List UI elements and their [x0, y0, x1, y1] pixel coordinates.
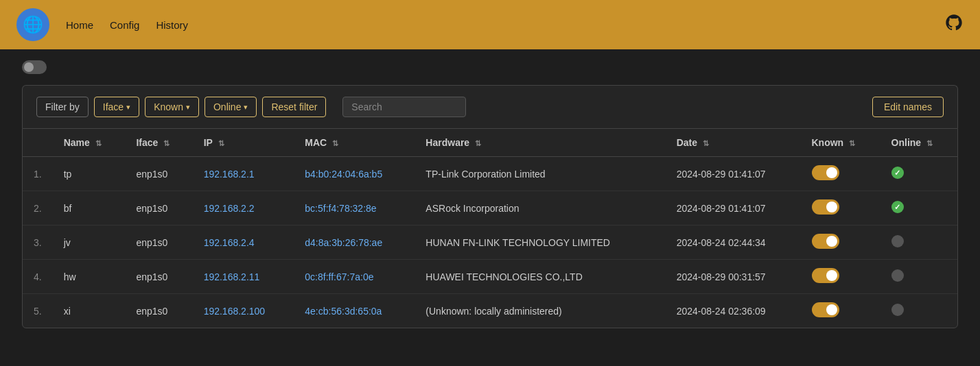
cell-hardware: (Unknown: locally administered)	[415, 294, 665, 328]
row-number: 4.	[23, 260, 53, 294]
nav-home[interactable]: Home	[66, 19, 93, 31]
cell-hardware: TP-Link Corporation Limited	[415, 157, 665, 191]
nav-history[interactable]: History	[156, 19, 188, 31]
known-toggle-3[interactable]	[812, 268, 839, 283]
mac-link[interactable]: d4:8a:3b:26:78:ae	[305, 237, 382, 248]
ip-link[interactable]: 192.168.2.11	[204, 271, 260, 282]
col-mac[interactable]: MAC ⇅	[294, 129, 415, 157]
github-icon[interactable]	[944, 13, 964, 37]
ip-sort-icon[interactable]: ⇅	[218, 139, 224, 148]
cell-name: xi	[53, 294, 126, 328]
header-left: 🌐 Home Config History	[16, 8, 188, 41]
iface-filter-button[interactable]: Iface	[94, 97, 139, 117]
table-header-row: Name ⇅ Iface ⇅ IP ⇅ MAC ⇅	[23, 129, 957, 157]
row-number: 3.	[23, 225, 53, 260]
devices-table-container: Name ⇅ Iface ⇅ IP ⇅ MAC ⇅	[22, 128, 958, 328]
iface-sort-icon[interactable]: ⇅	[163, 139, 170, 148]
cell-ip[interactable]: 192.168.2.1	[193, 157, 294, 191]
cell-mac[interactable]: bc:5f:f4:78:32:8e	[294, 191, 415, 225]
cell-iface: enp1s0	[125, 225, 192, 260]
cell-known[interactable]	[801, 225, 880, 260]
row-number: 2.	[23, 191, 53, 225]
cell-date: 2024-08-24 02:36:09	[666, 294, 801, 328]
col-number	[23, 129, 53, 157]
table-row: 3. jv enp1s0 192.168.2.4 d4:8a:3b:26:78:…	[23, 225, 957, 260]
app-logo: 🌐	[16, 8, 49, 41]
main-content: Filter by Iface Known Online Reset filte…	[0, 49, 980, 350]
col-online[interactable]: Online ⇅	[880, 129, 957, 157]
search-input[interactable]	[342, 97, 466, 117]
search-wrapper	[342, 97, 466, 117]
devices-table: Name ⇅ Iface ⇅ IP ⇅ MAC ⇅	[23, 129, 957, 328]
edit-names-button[interactable]: Edit names	[872, 97, 944, 117]
cell-mac[interactable]: d4:8a:3b:26:78:ae	[294, 225, 415, 260]
mac-sort-icon[interactable]: ⇅	[332, 139, 338, 148]
cell-online	[880, 225, 957, 260]
cell-known[interactable]	[801, 191, 880, 225]
known-sort-icon[interactable]: ⇅	[849, 139, 855, 148]
name-sort-icon[interactable]: ⇅	[95, 139, 102, 148]
ip-link[interactable]: 192.168.2.1	[204, 169, 255, 180]
mac-link[interactable]: bc:5f:f4:78:32:8e	[305, 203, 376, 214]
ip-link[interactable]: 192.168.2.4	[204, 237, 255, 248]
offline-indicator-4	[891, 304, 904, 316]
ip-link[interactable]: 192.168.2.100	[204, 306, 266, 317]
col-hardware[interactable]: Hardware ⇅	[415, 129, 665, 157]
col-date[interactable]: Date ⇅	[666, 129, 801, 157]
cell-online	[880, 294, 957, 328]
cell-ip[interactable]: 192.168.2.2	[193, 191, 294, 225]
cell-known[interactable]	[801, 157, 880, 191]
online-filter-button[interactable]: Online	[205, 97, 257, 117]
cell-name: hw	[53, 260, 126, 294]
offline-indicator-2	[891, 235, 904, 247]
cell-iface: enp1s0	[125, 294, 192, 328]
cell-mac[interactable]: 4e:cb:56:3d:65:0a	[294, 294, 415, 328]
known-toggle-4[interactable]	[812, 302, 839, 317]
row-number: 5.	[23, 294, 53, 328]
col-iface[interactable]: Iface ⇅	[125, 129, 192, 157]
cell-ip[interactable]: 192.168.2.11	[193, 260, 294, 294]
cell-hardware: ASRock Incorporation	[415, 191, 665, 225]
known-toggle-2[interactable]	[812, 234, 839, 249]
mac-link[interactable]: 4e:cb:56:3d:65:0a	[305, 306, 382, 317]
cell-ip[interactable]: 192.168.2.100	[193, 294, 294, 328]
cell-date: 2024-08-29 01:41:07	[666, 157, 801, 191]
cell-hardware: HUNAN FN-LINK TECHNOLOGY LIMITED	[415, 225, 665, 260]
filter-by-label: Filter by	[36, 97, 89, 117]
col-known[interactable]: Known ⇅	[801, 129, 880, 157]
known-toggle-0[interactable]	[812, 165, 839, 180]
nav-config[interactable]: Config	[110, 19, 139, 31]
known-toggle-1[interactable]	[812, 199, 839, 215]
cell-online	[880, 260, 957, 294]
cell-mac[interactable]: b4:b0:24:04:6a:b5	[294, 157, 415, 191]
cell-ip[interactable]: 192.168.2.4	[193, 225, 294, 260]
hardware-sort-icon[interactable]: ⇅	[475, 139, 481, 148]
mac-link[interactable]: b4:b0:24:04:6a:b5	[305, 169, 382, 180]
date-sort-icon[interactable]: ⇅	[703, 139, 709, 148]
table-row: 5. xi enp1s0 192.168.2.100 4e:cb:56:3d:6…	[23, 294, 957, 328]
cell-name: tp	[53, 157, 126, 191]
cell-mac[interactable]: 0c:8f:ff:67:7a:0e	[294, 260, 415, 294]
online-sort-icon[interactable]: ⇅	[926, 139, 933, 148]
cell-online	[880, 191, 957, 225]
cell-known[interactable]	[801, 260, 880, 294]
cell-iface: enp1s0	[125, 260, 192, 294]
row-number: 1.	[23, 157, 53, 191]
ip-link[interactable]: 192.168.2.2	[204, 203, 255, 214]
col-name[interactable]: Name ⇅	[53, 129, 126, 157]
mac-link[interactable]: 0c:8f:ff:67:7a:0e	[305, 271, 373, 282]
col-ip[interactable]: IP ⇅	[193, 129, 294, 157]
online-indicator-1	[891, 201, 904, 213]
theme-toggle[interactable]	[22, 60, 47, 74]
cell-online	[880, 157, 957, 191]
table-row: 2. bf enp1s0 192.168.2.2 bc:5f:f4:78:32:…	[23, 191, 957, 225]
reset-filter-button[interactable]: Reset filter	[262, 97, 326, 117]
cell-date: 2024-08-24 02:44:34	[666, 225, 801, 260]
main-nav: Home Config History	[66, 19, 188, 31]
app-header: 🌐 Home Config History	[0, 0, 980, 49]
known-filter-button[interactable]: Known	[145, 97, 199, 117]
cell-known[interactable]	[801, 294, 880, 328]
cell-hardware: HUAWEI TECHNOLOGIES CO.,LTD	[415, 260, 665, 294]
table-row: 4. hw enp1s0 192.168.2.11 0c:8f:ff:67:7a…	[23, 260, 957, 294]
cell-date: 2024-08-29 00:31:57	[666, 260, 801, 294]
